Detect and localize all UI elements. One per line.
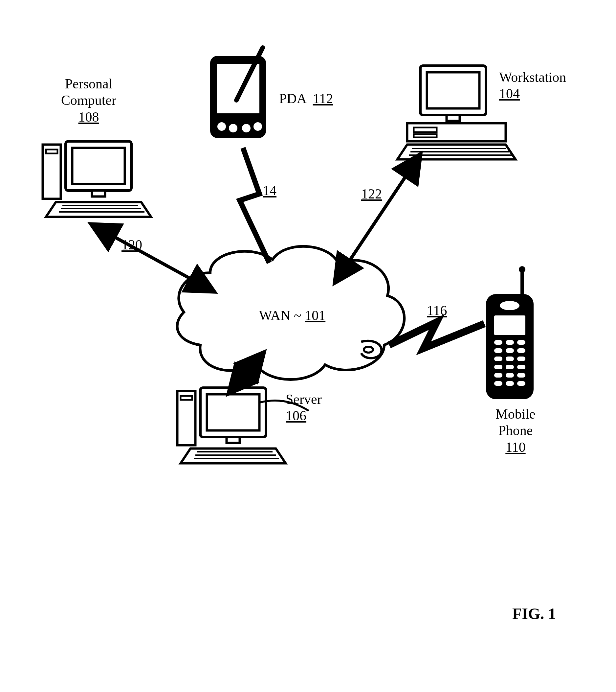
- svg-rect-5: [92, 191, 105, 196]
- svg-point-29: [229, 124, 237, 132]
- link-workstation-wan: [342, 164, 414, 273]
- svg-rect-4: [72, 148, 125, 184]
- mobile-ref: 110: [505, 440, 525, 455]
- svg-rect-38: [494, 340, 502, 345]
- mobile-label-line2: Phone: [499, 423, 533, 438]
- link-pda-wan-ref: 14: [263, 182, 277, 199]
- link-pc-wan: [102, 230, 203, 286]
- svg-rect-42: [506, 348, 514, 353]
- mobile-label-line1: Mobile: [496, 406, 535, 422]
- server-label-block: Server 106: [286, 391, 371, 424]
- wan-ref: 101: [305, 308, 325, 323]
- mobile-phone-icon: [486, 266, 533, 399]
- svg-rect-52: [517, 373, 525, 378]
- link-workstation-wan-ref: 122: [361, 186, 382, 202]
- pda-label: PDA: [279, 91, 306, 106]
- workstation-ref: 104: [499, 86, 520, 101]
- svg-rect-54: [506, 381, 514, 386]
- pc-ref: 108: [79, 109, 99, 125]
- link-pda-wan: [240, 148, 269, 263]
- svg-point-36: [500, 301, 520, 310]
- pc-label-line1: Personal: [65, 76, 113, 91]
- svg-rect-45: [506, 357, 514, 361]
- svg-point-31: [254, 122, 262, 131]
- mobile-label-block: Mobile Phone 110: [479, 406, 552, 456]
- svg-rect-10: [427, 72, 479, 108]
- personal-computer-icon: [43, 141, 151, 217]
- server-label: Server: [286, 392, 322, 407]
- pda-label-block: PDA 112: [279, 90, 351, 107]
- svg-rect-46: [517, 357, 525, 361]
- svg-rect-39: [506, 340, 514, 345]
- svg-rect-21: [207, 394, 259, 431]
- pda-ref: 112: [313, 91, 333, 106]
- pda-icon: [210, 48, 266, 138]
- pc-label: Personal Computer 108: [39, 76, 138, 125]
- wan-label-prefix: WAN ~: [259, 308, 305, 323]
- svg-point-30: [242, 124, 250, 132]
- figure-label: FIG. 1: [512, 605, 556, 623]
- svg-rect-37: [494, 315, 525, 335]
- svg-rect-48: [506, 365, 514, 369]
- svg-rect-11: [446, 115, 460, 121]
- svg-rect-47: [494, 365, 502, 369]
- svg-rect-50: [494, 373, 502, 378]
- svg-rect-40: [517, 340, 525, 345]
- svg-rect-51: [506, 373, 514, 378]
- svg-rect-53: [494, 381, 502, 386]
- wan-label-block: WAN ~ 101: [243, 307, 342, 324]
- workstation-icon: [397, 66, 515, 159]
- workstation-label-block: Workstation 104: [499, 69, 604, 102]
- pc-label-line2: Computer: [61, 93, 116, 108]
- server-ref: 106: [286, 408, 306, 423]
- svg-rect-43: [517, 348, 525, 353]
- svg-point-34: [519, 266, 525, 273]
- workstation-label: Workstation: [499, 70, 566, 85]
- svg-rect-49: [517, 365, 525, 369]
- svg-rect-22: [226, 437, 240, 443]
- svg-rect-41: [494, 348, 502, 353]
- svg-rect-55: [517, 381, 525, 386]
- svg-rect-44: [494, 357, 502, 361]
- link-pc-wan-ref: 120: [122, 236, 142, 253]
- svg-point-28: [217, 122, 226, 131]
- link-mobile-wan-ref: 116: [427, 302, 447, 319]
- diagram-canvas: Personal Computer 108 PDA 112 Workstatio…: [0, 0, 616, 692]
